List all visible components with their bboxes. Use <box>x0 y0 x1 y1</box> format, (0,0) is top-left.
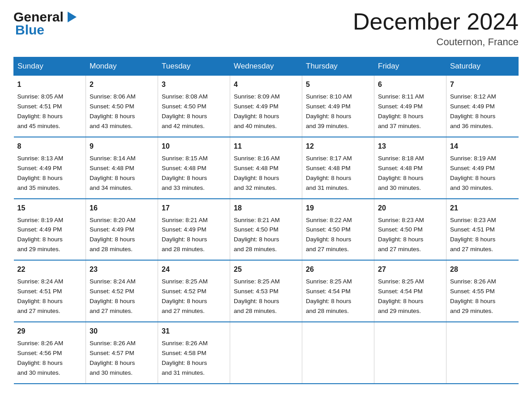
day-number: 31 <box>162 326 226 337</box>
table-row: 8 Sunrise: 8:13 AMSunset: 4:49 PMDayligh… <box>14 137 86 199</box>
table-row: 18 Sunrise: 8:21 AMSunset: 4:50 PMDaylig… <box>230 199 302 261</box>
calendar-week-row: 15 Sunrise: 8:19 AMSunset: 4:49 PMDaylig… <box>14 199 519 261</box>
table-row: 21 Sunrise: 8:23 AMSunset: 4:51 PMDaylig… <box>446 199 519 261</box>
calendar-week-row: 29 Sunrise: 8:26 AMSunset: 4:56 PMDaylig… <box>14 322 519 384</box>
col-sunday: Sunday <box>14 57 86 76</box>
svg-marker-0 <box>68 12 77 22</box>
col-tuesday: Tuesday <box>158 57 230 76</box>
day-info: Sunrise: 8:18 AMSunset: 4:48 PMDaylight:… <box>378 155 424 191</box>
table-row: 11 Sunrise: 8:16 AMSunset: 4:48 PMDaylig… <box>230 137 302 199</box>
day-number: 11 <box>234 141 298 152</box>
day-info: Sunrise: 8:21 AMSunset: 4:50 PMDaylight:… <box>234 217 280 253</box>
calendar-table: Sunday Monday Tuesday Wednesday Thursday… <box>13 57 519 384</box>
table-row: 13 Sunrise: 8:18 AMSunset: 4:48 PMDaylig… <box>374 137 446 199</box>
day-info: Sunrise: 8:26 AMSunset: 4:56 PMDaylight:… <box>17 340 64 376</box>
table-row: 25 Sunrise: 8:25 AMSunset: 4:53 PMDaylig… <box>230 260 302 322</box>
title-area: December 2024 Couternon, France <box>353 9 519 48</box>
day-info: Sunrise: 8:09 AMSunset: 4:49 PMDaylight:… <box>234 93 280 129</box>
day-info: Sunrise: 8:14 AMSunset: 4:48 PMDaylight:… <box>90 155 136 191</box>
day-info: Sunrise: 8:22 AMSunset: 4:50 PMDaylight:… <box>306 217 352 253</box>
day-number: 3 <box>162 79 226 90</box>
table-row: 26 Sunrise: 8:25 AMSunset: 4:54 PMDaylig… <box>302 260 374 322</box>
day-number: 20 <box>378 203 442 214</box>
day-info: Sunrise: 8:12 AMSunset: 4:49 PMDaylight:… <box>450 93 496 129</box>
day-info: Sunrise: 8:24 AMSunset: 4:51 PMDaylight:… <box>17 278 64 314</box>
day-number: 24 <box>162 264 226 275</box>
table-row: 7 Sunrise: 8:12 AMSunset: 4:49 PMDayligh… <box>446 76 519 137</box>
table-row: 22 Sunrise: 8:24 AMSunset: 4:51 PMDaylig… <box>14 260 86 322</box>
table-row: 31 Sunrise: 8:26 AMSunset: 4:58 PMDaylig… <box>158 322 230 384</box>
table-row: 2 Sunrise: 8:06 AMSunset: 4:50 PMDayligh… <box>86 76 158 137</box>
day-number: 9 <box>90 141 154 152</box>
day-info: Sunrise: 8:20 AMSunset: 4:49 PMDaylight:… <box>90 217 136 253</box>
day-number: 7 <box>450 79 515 90</box>
day-info: Sunrise: 8:11 AMSunset: 4:49 PMDaylight:… <box>378 93 424 129</box>
day-number: 6 <box>378 79 442 90</box>
day-info: Sunrise: 8:23 AMSunset: 4:50 PMDaylight:… <box>378 217 424 253</box>
day-number: 5 <box>306 79 370 90</box>
day-number: 14 <box>450 141 515 152</box>
day-info: Sunrise: 8:26 AMSunset: 4:55 PMDaylight:… <box>450 278 496 314</box>
table-row: 19 Sunrise: 8:22 AMSunset: 4:50 PMDaylig… <box>302 199 374 261</box>
day-number: 10 <box>162 141 226 152</box>
day-info: Sunrise: 8:06 AMSunset: 4:50 PMDaylight:… <box>90 93 136 129</box>
day-number: 27 <box>378 264 442 275</box>
day-info: Sunrise: 8:05 AMSunset: 4:51 PMDaylight:… <box>17 93 64 129</box>
table-row <box>302 322 374 384</box>
day-info: Sunrise: 8:25 AMSunset: 4:54 PMDaylight:… <box>378 278 424 314</box>
table-row: 14 Sunrise: 8:19 AMSunset: 4:49 PMDaylig… <box>446 137 519 199</box>
day-number: 16 <box>90 203 154 214</box>
table-row: 12 Sunrise: 8:17 AMSunset: 4:48 PMDaylig… <box>302 137 374 199</box>
table-row: 28 Sunrise: 8:26 AMSunset: 4:55 PMDaylig… <box>446 260 519 322</box>
day-number: 18 <box>234 203 298 214</box>
day-number: 8 <box>17 141 82 152</box>
calendar-week-row: 22 Sunrise: 8:24 AMSunset: 4:51 PMDaylig… <box>14 260 519 322</box>
day-info: Sunrise: 8:25 AMSunset: 4:53 PMDaylight:… <box>234 278 280 314</box>
day-number: 12 <box>306 141 370 152</box>
calendar-week-row: 8 Sunrise: 8:13 AMSunset: 4:49 PMDayligh… <box>14 137 519 199</box>
table-row: 15 Sunrise: 8:19 AMSunset: 4:49 PMDaylig… <box>14 199 86 261</box>
day-info: Sunrise: 8:21 AMSunset: 4:49 PMDaylight:… <box>162 217 208 253</box>
table-row <box>230 322 302 384</box>
day-info: Sunrise: 8:16 AMSunset: 4:48 PMDaylight:… <box>234 155 280 191</box>
table-row: 27 Sunrise: 8:25 AMSunset: 4:54 PMDaylig… <box>374 260 446 322</box>
day-info: Sunrise: 8:26 AMSunset: 4:58 PMDaylight:… <box>162 340 208 376</box>
col-thursday: Thursday <box>302 57 374 76</box>
day-number: 26 <box>306 264 370 275</box>
day-number: 21 <box>450 203 515 214</box>
table-row: 20 Sunrise: 8:23 AMSunset: 4:50 PMDaylig… <box>374 199 446 261</box>
col-monday: Monday <box>86 57 158 76</box>
col-friday: Friday <box>374 57 446 76</box>
table-row <box>446 322 519 384</box>
day-info: Sunrise: 8:19 AMSunset: 4:49 PMDaylight:… <box>450 155 496 191</box>
day-number: 25 <box>234 264 298 275</box>
day-info: Sunrise: 8:17 AMSunset: 4:48 PMDaylight:… <box>306 155 352 191</box>
day-number: 23 <box>90 264 154 275</box>
day-number: 17 <box>162 203 226 214</box>
day-number: 29 <box>17 326 82 337</box>
calendar-header-row: Sunday Monday Tuesday Wednesday Thursday… <box>14 57 519 76</box>
month-title: December 2024 <box>353 9 519 34</box>
day-number: 15 <box>17 203 82 214</box>
day-info: Sunrise: 8:23 AMSunset: 4:51 PMDaylight:… <box>450 217 496 253</box>
table-row: 1 Sunrise: 8:05 AMSunset: 4:51 PMDayligh… <box>14 76 86 137</box>
calendar-week-row: 1 Sunrise: 8:05 AMSunset: 4:51 PMDayligh… <box>14 76 519 137</box>
day-info: Sunrise: 8:25 AMSunset: 4:54 PMDaylight:… <box>306 278 352 314</box>
day-info: Sunrise: 8:10 AMSunset: 4:49 PMDaylight:… <box>306 93 352 129</box>
day-info: Sunrise: 8:13 AMSunset: 4:49 PMDaylight:… <box>17 155 64 191</box>
table-row: 9 Sunrise: 8:14 AMSunset: 4:48 PMDayligh… <box>86 137 158 199</box>
table-row: 17 Sunrise: 8:21 AMSunset: 4:49 PMDaylig… <box>158 199 230 261</box>
table-row: 10 Sunrise: 8:15 AMSunset: 4:48 PMDaylig… <box>158 137 230 199</box>
day-info: Sunrise: 8:25 AMSunset: 4:52 PMDaylight:… <box>162 278 208 314</box>
day-info: Sunrise: 8:19 AMSunset: 4:49 PMDaylight:… <box>17 217 64 253</box>
logo-blue-text: Blue <box>15 22 44 37</box>
day-number: 13 <box>378 141 442 152</box>
day-number: 22 <box>17 264 82 275</box>
day-info: Sunrise: 8:08 AMSunset: 4:50 PMDaylight:… <box>162 93 208 129</box>
day-number: 4 <box>234 79 298 90</box>
day-number: 19 <box>306 203 370 214</box>
table-row: 24 Sunrise: 8:25 AMSunset: 4:52 PMDaylig… <box>158 260 230 322</box>
day-number: 28 <box>450 264 515 275</box>
table-row: 4 Sunrise: 8:09 AMSunset: 4:49 PMDayligh… <box>230 76 302 137</box>
day-number: 1 <box>17 79 82 90</box>
